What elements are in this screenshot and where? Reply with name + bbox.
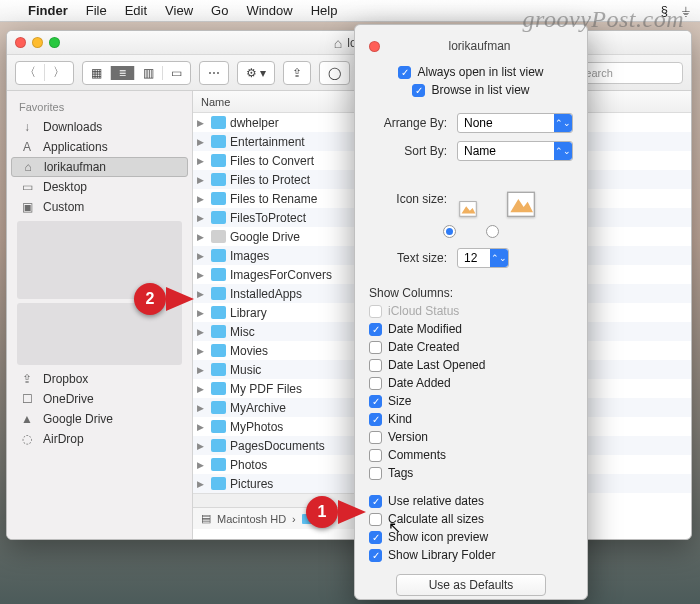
group-button[interactable]: ⋯ — [199, 61, 229, 85]
sidebar-item[interactable]: ↓Downloads — [7, 117, 192, 137]
folder-icon — [211, 382, 226, 395]
file-row[interactable]: ▶Files to Convert — [193, 151, 362, 170]
disclosure-icon[interactable]: ▶ — [197, 213, 207, 223]
close-button[interactable] — [15, 37, 26, 48]
forward-button[interactable]: 〉 — [45, 64, 73, 81]
panel-close-button[interactable] — [369, 41, 380, 52]
tags-button[interactable]: ◯ — [319, 61, 350, 85]
sidebar-item[interactable]: ◌AirDrop — [7, 429, 192, 449]
always-open-checkbox[interactable]: ✓ — [398, 66, 411, 79]
column-checkbox[interactable] — [369, 449, 382, 462]
column-header-name[interactable]: Name — [193, 91, 362, 113]
column-checkbox[interactable]: ✓ — [369, 323, 382, 336]
disclosure-icon[interactable]: ▶ — [197, 289, 207, 299]
disclosure-icon[interactable]: ▶ — [197, 270, 207, 280]
disclosure-icon[interactable]: ▶ — [197, 251, 207, 261]
option-checkbox[interactable]: ✓ — [369, 495, 382, 508]
sidebar-item[interactable]: ⇪Dropbox — [7, 369, 192, 389]
menu-go[interactable]: Go — [211, 3, 228, 18]
disclosure-icon[interactable]: ▶ — [197, 194, 207, 204]
action-button[interactable]: ⚙︎ ▾ — [237, 61, 275, 85]
icon-size-small-radio[interactable] — [443, 225, 456, 238]
disclosure-icon[interactable]: ▶ — [197, 156, 207, 166]
sort-by-select[interactable]: Name⌃⌄ — [457, 141, 573, 161]
disclosure-icon[interactable]: ▶ — [197, 403, 207, 413]
back-button[interactable]: 〈 — [16, 64, 45, 81]
sidebar-item[interactable]: ▲Google Drive — [7, 409, 192, 429]
share-button[interactable]: ⇪ — [283, 61, 311, 85]
file-row[interactable]: ▶Files to Protect — [193, 170, 362, 189]
sidebar-item[interactable]: ⌂lorikaufman — [11, 157, 188, 177]
disclosure-icon[interactable]: ▶ — [197, 479, 207, 489]
disclosure-icon[interactable]: ▶ — [197, 422, 207, 432]
file-row[interactable]: ▶Photos — [193, 455, 362, 474]
app-menu[interactable]: Finder — [28, 3, 68, 18]
column-view-button[interactable]: ▥ — [135, 66, 163, 80]
column-checkbox[interactable] — [369, 377, 382, 390]
file-row[interactable]: ▶Library — [193, 303, 362, 322]
sidebar-item[interactable]: ▣Custom — [7, 197, 192, 217]
menu-help[interactable]: Help — [311, 3, 338, 18]
option-checkbox[interactable] — [369, 513, 382, 526]
icon-view-button[interactable]: ▦ — [83, 66, 111, 80]
file-row[interactable]: ▶InstalledApps — [193, 284, 362, 303]
icon-size-large-radio[interactable] — [486, 225, 499, 238]
file-row[interactable]: ▶Entertainment — [193, 132, 362, 151]
file-row[interactable]: ▶Music — [193, 360, 362, 379]
file-row[interactable]: ▶Movies — [193, 341, 362, 360]
file-row[interactable]: ▶MyArchive — [193, 398, 362, 417]
browse-checkbox[interactable]: ✓ — [412, 84, 425, 97]
list-view-button[interactable]: ≡ — [111, 66, 135, 80]
disclosure-icon[interactable]: ▶ — [197, 346, 207, 356]
disclosure-icon[interactable]: ▶ — [197, 308, 207, 318]
menu-view[interactable]: View — [165, 3, 193, 18]
file-row[interactable]: ▶Images — [193, 246, 362, 265]
sidebar-item[interactable]: ☐OneDrive — [7, 389, 192, 409]
file-name: Library — [230, 306, 358, 320]
file-row[interactable]: ▶Files to Rename — [193, 189, 362, 208]
menu-edit[interactable]: Edit — [125, 3, 147, 18]
menu-window[interactable]: Window — [246, 3, 292, 18]
option-checkbox-label: Show icon preview — [388, 530, 488, 544]
menu-file[interactable]: File — [86, 3, 107, 18]
gallery-view-button[interactable]: ▭ — [163, 66, 190, 80]
minimize-button[interactable] — [32, 37, 43, 48]
option-checkbox[interactable]: ✓ — [369, 531, 382, 544]
use-as-defaults-button[interactable]: Use as Defaults — [396, 574, 546, 596]
option-checkbox[interactable]: ✓ — [369, 549, 382, 562]
column-checkbox[interactable] — [369, 431, 382, 444]
file-row[interactable]: ▶FilesToProtect — [193, 208, 362, 227]
file-row[interactable]: ▶ImagesForConvers — [193, 265, 362, 284]
folder-icon — [211, 439, 226, 452]
sidebar-item[interactable]: AApplications — [7, 137, 192, 157]
file-row[interactable]: ▶dwhelper — [193, 113, 362, 132]
folder-icon — [211, 116, 226, 129]
file-row[interactable]: ▶MyPhotos — [193, 417, 362, 436]
column-checkbox[interactable]: ✓ — [369, 395, 382, 408]
disclosure-icon[interactable]: ▶ — [197, 365, 207, 375]
zoom-button[interactable] — [49, 37, 60, 48]
text-size-select[interactable]: 12⌃⌄ — [457, 248, 509, 268]
callout-2-bubble: 2 — [134, 283, 166, 315]
file-row[interactable]: ▶Pictures — [193, 474, 362, 493]
column-checkbox[interactable] — [369, 359, 382, 372]
file-row[interactable]: ▶Misc — [193, 322, 362, 341]
disclosure-icon[interactable]: ▶ — [197, 327, 207, 337]
callout-1: 1 — [306, 496, 366, 528]
disclosure-icon[interactable]: ▶ — [197, 175, 207, 185]
disclosure-icon[interactable]: ▶ — [197, 137, 207, 147]
disclosure-icon[interactable]: ▶ — [197, 118, 207, 128]
sidebar-item[interactable]: ▭Desktop — [7, 177, 192, 197]
arrange-by-select[interactable]: None⌃⌄ — [457, 113, 573, 133]
file-row[interactable]: ▶Google Drive — [193, 227, 362, 246]
file-row[interactable]: ▶My PDF Files — [193, 379, 362, 398]
file-row[interactable]: ▶PagesDocuments — [193, 436, 362, 455]
column-checkbox[interactable] — [369, 467, 382, 480]
column-checkbox[interactable]: ✓ — [369, 413, 382, 426]
column-checkbox[interactable] — [369, 341, 382, 354]
column-checkbox-label: Date Added — [388, 376, 451, 390]
disclosure-icon[interactable]: ▶ — [197, 460, 207, 470]
disclosure-icon[interactable]: ▶ — [197, 384, 207, 394]
disclosure-icon[interactable]: ▶ — [197, 232, 207, 242]
disclosure-icon[interactable]: ▶ — [197, 441, 207, 451]
